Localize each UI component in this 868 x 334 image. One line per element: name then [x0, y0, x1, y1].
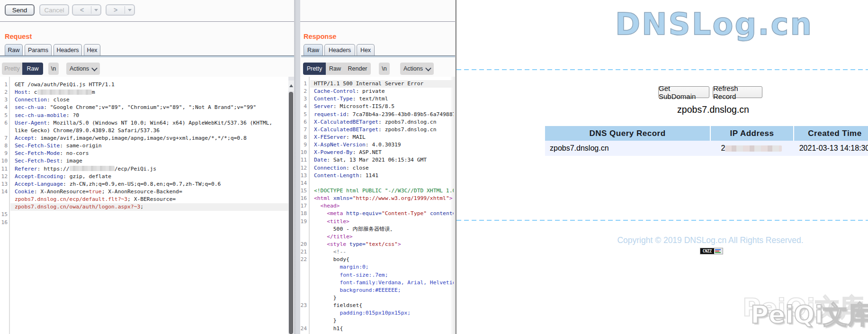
col-created-time: Created Time: [793, 126, 868, 141]
response-raw-button[interactable]: Raw: [326, 63, 344, 75]
back-dropdown[interactable]: [91, 9, 100, 11]
tab-label: Raw: [307, 47, 319, 54]
code-line: HTTP/1.1 500 Internal Server Error: [310, 80, 454, 88]
code-line: <!DOCTYPE html PUBLIC "-//W3C//DTD XHTML…: [310, 187, 454, 195]
assigned-subdomain: zpobs7.dnslog.cn: [677, 104, 749, 115]
dnslog-browser-page: DNSLog.cn Get SubDomain Refresh Record z…: [456, 0, 868, 334]
code-line: 500 - 内部服务器错误。: [310, 226, 454, 233]
request-blueline: [0, 56, 294, 57]
response-actions-button[interactable]: Actions: [400, 63, 434, 75]
code-line: Accept: image/avif,image/webp,image/apng…: [10, 135, 288, 142]
dns-query-table: DNS Query Record IP Address Created Time…: [545, 126, 868, 156]
cancel-button[interactable]: Cancel: [39, 4, 69, 16]
response-panel-title: Response: [304, 33, 336, 40]
code-line: <html xmlns="http://www.w3.org/1999/xhtm…: [310, 195, 454, 202]
history-forward-button[interactable]: >: [106, 4, 135, 16]
cell-created: 2021-03-13 14:18:30: [793, 141, 868, 156]
request-line-numbers: 12345678910111213141516: [0, 81, 8, 226]
response-code[interactable]: HTTP/1.1 500 Internal Server ErrorCache-…: [310, 80, 454, 334]
request-view-toggle: Pretty Raw: [2, 63, 43, 75]
scroll-up-icon: [289, 84, 293, 87]
response-tab-raw[interactable]: Raw: [304, 44, 323, 56]
response-tab-headers[interactable]: Headers: [324, 44, 355, 56]
back-icon: <: [73, 6, 91, 14]
code-line: <style type="text/css">: [310, 241, 454, 248]
code-line: </title>: [310, 233, 454, 241]
refresh-record-button[interactable]: Refresh Record: [713, 86, 762, 98]
chip-label: Pretty: [4, 65, 20, 72]
burp-repeater-window: Send Cancel < > Request Raw Params Heade…: [0, 0, 456, 334]
redaction-blur: [37, 90, 92, 95]
chip-label: Raw: [329, 65, 341, 72]
tab-label: Headers: [329, 47, 351, 54]
dropdown-triangle-icon: [128, 9, 132, 11]
response-tab-hex[interactable]: Hex: [357, 44, 375, 56]
request-code[interactable]: GET /owa/auth/PeiQi.js HTTP/1.1Host: cmC…: [10, 81, 288, 226]
redaction-blur: [70, 166, 115, 171]
response-render-button[interactable]: Render: [344, 63, 371, 75]
tab-label: Params: [28, 47, 48, 54]
tab-label: Hex: [87, 47, 97, 54]
history-back-button[interactable]: <: [72, 4, 101, 16]
chevron-down-icon: [91, 65, 98, 71]
code-line: Sec-Fetch-Mode: no-cors: [10, 150, 288, 157]
response-pretty-button[interactable]: Pretty: [303, 63, 326, 75]
panel-divider[interactable]: [294, 0, 300, 334]
chip-label: \n: [51, 65, 56, 72]
request-raw-button[interactable]: Raw: [22, 63, 43, 75]
code-line: sec-ch-ua-mobile: ?0: [10, 112, 288, 119]
chip-label: \n: [382, 65, 386, 72]
response-linebreak-button[interactable]: \n: [379, 63, 390, 75]
dnslog-logo: DNSLog.cn: [615, 7, 813, 42]
code-line: sec-ch-ua: "Google Chrome";v="89", "Chro…: [10, 104, 288, 111]
code-line: X-AspNet-Version: 4.0.30319: [310, 141, 454, 149]
chip-label: Raw: [27, 65, 38, 72]
code-line: Accept-Language: zh-CN,zh;q=0.9,en-US;q=…: [10, 181, 288, 188]
request-linebreak-button[interactable]: \n: [48, 63, 59, 75]
chevron-down-icon: [425, 65, 431, 71]
screenshot-root: Send Cancel < > Request Raw Params Heade…: [0, 0, 868, 334]
code-line: X-Powered-By: ASP.NET: [310, 149, 454, 156]
code-line: fieldset{: [310, 302, 454, 309]
table-row: zpobs7.dnslog.cn 2 2021-03-13 14:18:30: [545, 141, 868, 156]
code-line: body{: [310, 256, 454, 263]
tab-label: Raw: [8, 47, 19, 54]
ip-redaction-blur: [725, 145, 782, 152]
request-tab-headers[interactable]: Headers: [54, 44, 82, 56]
watermark-front: PeiQi文库: [751, 298, 868, 332]
request-tab-hex[interactable]: Hex: [84, 44, 100, 56]
code-line: [310, 180, 454, 187]
dashed-divider-top: [456, 69, 868, 70]
code-line: Connection: close: [310, 164, 454, 172]
chip-label: Actions: [403, 65, 423, 72]
code-line: font-size:2.4em;: [310, 333, 454, 334]
request-pretty-button[interactable]: Pretty: [2, 63, 22, 75]
cnzz-badge[interactable]: CNZZ: [700, 248, 723, 254]
send-button[interactable]: Send: [5, 4, 35, 16]
code-line: Accept-Encoding: gzip, deflate: [10, 173, 288, 181]
request-tab-raw[interactable]: Raw: [5, 44, 23, 56]
tab-label: Headers: [56, 47, 79, 54]
code-line: padding:015px10px15px;: [310, 309, 454, 317]
response-view-toggle: Pretty Raw Render: [303, 63, 371, 75]
send-button-label: Send: [12, 7, 27, 14]
cnzz-flag-icon: [714, 248, 723, 254]
get-subdomain-button[interactable]: Get SubDomain: [658, 86, 709, 98]
code-line: User-Agent: Mozilla/5.0 (Windows NT 10.0…: [10, 119, 288, 127]
code-line: Sec-Fetch-Dest: image: [10, 157, 288, 165]
chip-label: Render: [348, 65, 367, 72]
request-scrollbar-thumb[interactable]: [289, 92, 293, 334]
code-line: [10, 219, 288, 226]
dashed-divider-bottom: [456, 220, 868, 221]
forward-dropdown[interactable]: [125, 9, 134, 11]
request-actions-button[interactable]: Actions: [66, 63, 100, 75]
request-tab-params[interactable]: Params: [25, 44, 52, 56]
cnzz-label: CNZZ: [700, 248, 714, 254]
code-line: X-FEServer: MAIL: [310, 134, 454, 141]
cancel-button-label: Cancel: [44, 7, 64, 14]
code-line: Referer: https:///ecp/PeiQi.js: [10, 165, 288, 173]
code-line: <!--: [310, 248, 454, 256]
ip-prefix: 2: [721, 144, 725, 153]
scroll-up-button[interactable]: [288, 81, 294, 91]
col-dns-query-record: DNS Query Record: [545, 126, 710, 141]
